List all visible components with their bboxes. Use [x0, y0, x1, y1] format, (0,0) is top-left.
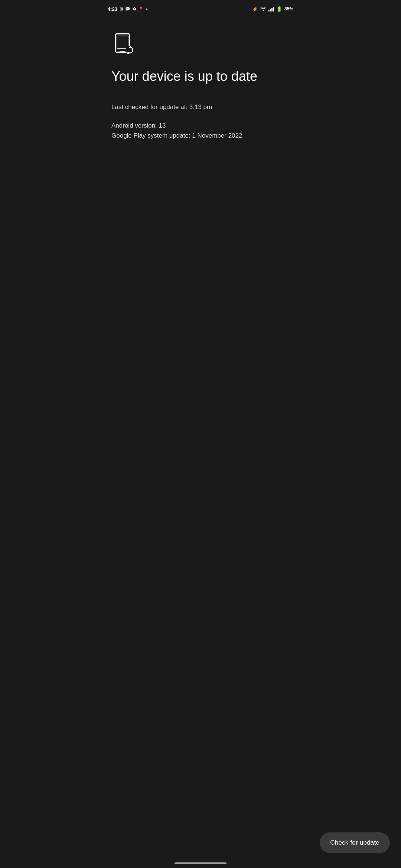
battery-percent: 85% — [284, 6, 293, 11]
update-icon-container — [111, 31, 290, 57]
status-bar-left: 4:23 ⊞ 💬 ✿ 📍 ● — [108, 6, 148, 12]
last-checked-text: Last checked for update at: 3:13 pm — [111, 103, 290, 112]
signal-icon — [268, 6, 274, 11]
battery-icon: 🔋 — [276, 6, 282, 12]
notification-icon-3: ✿ — [133, 6, 136, 11]
notification-icon-1: ⊞ — [120, 7, 123, 11]
status-bar-right: ⚡ 🔋 85% — [252, 6, 293, 12]
android-version: Android version: 13 — [111, 121, 290, 131]
info-section: Last checked for update at: 3:13 pm Andr… — [111, 103, 290, 141]
main-content: Your device is up to date Last checked f… — [100, 16, 301, 141]
page-title: Your device is up to date — [111, 68, 290, 84]
google-play-update: Google Play system update: 1 November 20… — [111, 131, 290, 141]
bluetooth-icon: ⚡ — [252, 6, 258, 12]
svg-rect-1 — [117, 36, 128, 49]
time-display: 4:23 — [108, 6, 117, 12]
wifi-icon — [260, 6, 266, 12]
notification-icon-2: 💬 — [125, 7, 130, 11]
notification-dot: ● — [146, 7, 148, 11]
notification-icon-4: 📍 — [138, 7, 144, 11]
status-bar: 4:23 ⊞ 💬 ✿ 📍 ● ⚡ 🔋 85% — [100, 0, 301, 16]
home-indicator — [175, 862, 226, 864]
system-update-icon — [111, 31, 137, 57]
version-info: Android version: 13 Google Play system u… — [111, 121, 290, 141]
